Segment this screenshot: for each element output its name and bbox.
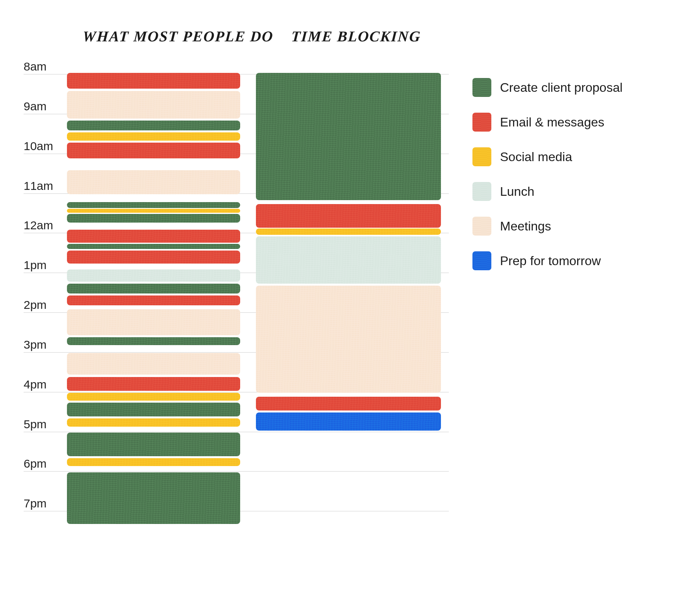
time-block-proposal: [67, 472, 240, 524]
time-block-proposal: [67, 403, 240, 416]
legend-label: Lunch: [500, 184, 534, 199]
legend-item-proposal: Create client proposal: [472, 78, 669, 97]
time-block-proposal: [67, 284, 240, 293]
time-block-email: [67, 251, 240, 264]
hour-label: 3pm: [24, 338, 46, 351]
legend-label: Email & messages: [500, 115, 604, 130]
header-left: WHAT MOST PEOPLE DO: [82, 28, 274, 45]
time-block-social: [67, 132, 240, 140]
legend-label: Create client proposal: [500, 80, 622, 95]
time-block-email: [67, 73, 240, 89]
time-block-social: [256, 228, 441, 234]
time-block-social: [67, 209, 240, 213]
time-block-meetings: [67, 309, 240, 335]
legend-item-meetings: Meetings: [472, 217, 669, 236]
column-time-blocking: [256, 67, 441, 544]
hour-label: 11am: [24, 179, 53, 193]
time-block-proposal: [67, 202, 240, 208]
time-block-meetings: [67, 353, 240, 375]
time-block-email: [67, 377, 240, 391]
hour-label: 5pm: [24, 418, 46, 431]
hour-label: 10am: [24, 139, 53, 153]
column-what-most-people-do: [67, 67, 240, 544]
time-block-email: [67, 143, 240, 158]
time-block-social: [67, 393, 240, 401]
time-block-email: [67, 295, 240, 305]
meetings-swatch-icon: [472, 217, 491, 236]
time-block-email: [256, 397, 441, 411]
time-block-meetings: [256, 286, 441, 393]
header-right: TIME BLOCKING: [291, 28, 421, 45]
legend-item-social: Social media: [472, 147, 669, 166]
timeline: 8am9am10am11am12am1pm2pm3pm4pm5pm6pm7pm: [24, 67, 449, 544]
proposal-swatch-icon: [472, 78, 491, 97]
hour-label: 7pm: [24, 497, 46, 510]
time-block-proposal: [67, 337, 240, 345]
hour-label: 9am: [24, 100, 46, 113]
time-block-proposal: [67, 244, 240, 249]
time-block-email: [256, 204, 441, 228]
hour-label: 4pm: [24, 378, 46, 391]
legend-item-prep: Prep for tomorrow: [472, 251, 669, 270]
time-block-email: [67, 230, 240, 242]
legend-item-email: Email & messages: [472, 113, 669, 132]
time-block-prep: [256, 412, 441, 430]
time-block-social: [67, 418, 240, 426]
hour-label: 2pm: [24, 298, 46, 312]
hour-label: 1pm: [24, 258, 46, 272]
email-swatch-icon: [472, 113, 491, 132]
time-block-social: [67, 458, 240, 466]
legend: Create client proposalEmail & messagesSo…: [472, 78, 669, 286]
time-block-meetings: [67, 170, 240, 194]
time-block-proposal: [67, 214, 240, 223]
time-block-lunch: [256, 236, 441, 284]
legend-label: Prep for tomorrow: [500, 254, 601, 268]
legend-label: Social media: [500, 150, 572, 164]
chart-container: WHAT MOST PEOPLE DO TIME BLOCKING 8am9am…: [24, 24, 676, 589]
social-swatch-icon: [472, 147, 491, 166]
time-block-proposal: [256, 73, 441, 200]
column-headers: WHAT MOST PEOPLE DO TIME BLOCKING: [24, 24, 676, 55]
prep-swatch-icon: [472, 251, 491, 270]
hour-label: 12am: [24, 219, 53, 232]
hour-label: 8am: [24, 60, 46, 73]
time-block-proposal: [67, 433, 240, 457]
hour-label: 6pm: [24, 457, 46, 470]
legend-label: Meetings: [500, 219, 551, 234]
time-block-meetings: [67, 91, 240, 119]
time-block-proposal: [67, 121, 240, 130]
time-block-lunch: [67, 269, 240, 281]
legend-item-lunch: Lunch: [472, 182, 669, 201]
lunch-swatch-icon: [472, 182, 491, 201]
